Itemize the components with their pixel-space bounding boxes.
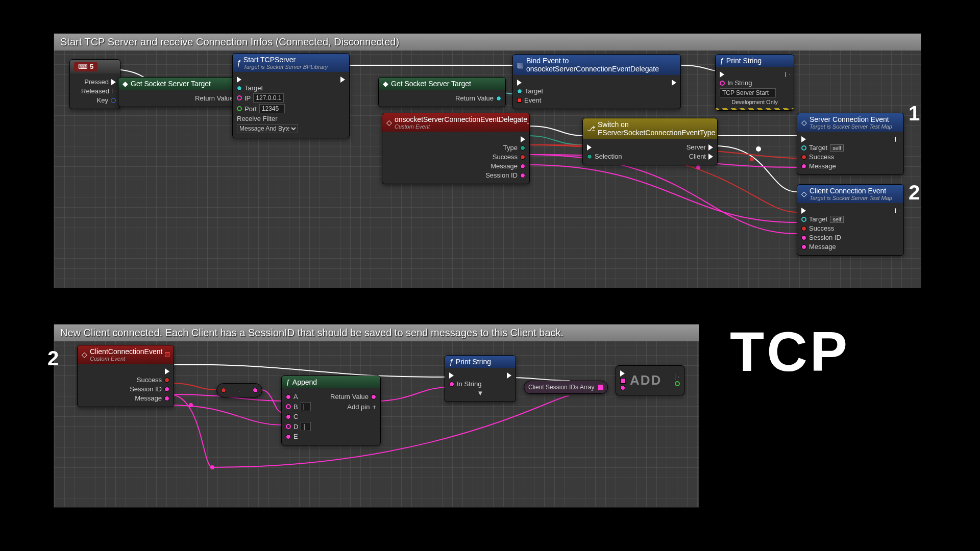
diamond-icon: ◇ xyxy=(82,350,87,359)
function-icon: ƒ xyxy=(286,378,290,386)
svg-point-5 xyxy=(189,403,193,407)
server-exec[interactable]: Server xyxy=(687,143,706,151)
function-icon: ƒ xyxy=(237,59,241,67)
selection-pin[interactable]: Selection xyxy=(595,153,622,160)
expand-icon[interactable]: ▼ xyxy=(477,389,484,397)
d-input[interactable] xyxy=(301,422,311,431)
exec-out[interactable] xyxy=(340,77,345,83)
bind-event-node[interactable]: ▦Bind Event to onsocketServerConnectionE… xyxy=(512,54,681,109)
filter-select[interactable]: Message And Bytes xyxy=(237,124,298,133)
svg-point-1 xyxy=(750,157,754,161)
svg-point-0 xyxy=(756,146,761,152)
get-socket-server-target-1[interactable]: ◆Get Socket Server Target Return Value xyxy=(118,77,246,107)
array-variable[interactable]: Client Session IDs Array xyxy=(524,381,608,394)
pressed-label: Pressed xyxy=(84,78,109,86)
keyboard-event-node[interactable]: ⌨ 5 Pressed Released Key xyxy=(69,59,120,109)
add-label: ADD xyxy=(630,372,662,388)
sce-success[interactable]: Success xyxy=(809,153,834,161)
port-input[interactable] xyxy=(259,104,285,113)
annotation-2b: 2 xyxy=(47,347,59,370)
get-socket-server-target-2[interactable]: ◆Get Socket Server Target Return Value xyxy=(378,77,506,107)
bind-target[interactable]: Target xyxy=(525,87,543,95)
return-value-label: Return Value xyxy=(195,94,233,102)
switch-node[interactable]: ⎇Switch on EServerSocketConnectionEventT… xyxy=(582,118,718,165)
key-label: Key xyxy=(97,96,108,104)
b-input[interactable] xyxy=(301,402,311,411)
start-tcpserver-node[interactable]: ƒStart TCPServerTarget is Socket Server … xyxy=(232,53,350,138)
exec-in[interactable] xyxy=(237,77,241,83)
diamond-icon: ◇ xyxy=(801,118,807,127)
ip-input[interactable] xyxy=(253,93,284,103)
target-pin[interactable]: Target xyxy=(244,84,263,92)
custom-event-node[interactable]: ◇onsocketServerConnectionEventDelegate_E… xyxy=(382,113,530,184)
diamond-icon: ◆ xyxy=(383,80,388,88)
board1-title: Start TCP Server and receive Connection … xyxy=(54,34,921,51)
filter-label: Receive Filter xyxy=(237,115,277,122)
switch-icon: ⎇ xyxy=(587,124,595,133)
dev-only-label: Development Only xyxy=(720,99,790,105)
diamond-icon: ◆ xyxy=(122,80,128,88)
annotation-1: 1 xyxy=(909,102,920,125)
board-2[interactable]: New Client connected. Each Client has a … xyxy=(54,324,699,508)
tcp-label: TCP xyxy=(730,319,850,384)
session-pin[interactable]: Session ID xyxy=(485,171,518,179)
released-label: Released xyxy=(81,87,109,95)
converter-node[interactable]: · xyxy=(216,383,262,397)
board2-title: New Client connected. Each Client has a … xyxy=(54,324,699,341)
function-icon: ƒ xyxy=(720,57,724,65)
print-string-1[interactable]: ƒPrint String In String Development Only xyxy=(715,54,794,111)
client-connection-event[interactable]: ◇Client Connection EventTarget is Socket… xyxy=(797,184,904,256)
add-pin[interactable]: Add pin xyxy=(347,403,370,411)
svg-point-4 xyxy=(210,465,214,469)
type-pin[interactable]: Type xyxy=(503,144,518,152)
array-add-node[interactable]: ADD xyxy=(616,365,684,395)
diamond-icon: ◇ xyxy=(801,190,807,198)
server-connection-event[interactable]: ◇Server Connection EventTarget is Socket… xyxy=(797,113,904,175)
sce-message[interactable]: Message xyxy=(809,162,836,170)
success-pin[interactable]: Success xyxy=(493,153,518,161)
board-1[interactable]: Start TCP Server and receive Connection … xyxy=(54,33,921,288)
bind-icon: ▦ xyxy=(517,61,524,69)
append-node[interactable]: ƒAppend AReturn Value BAdd pin + C D E xyxy=(281,375,381,445)
client-exec[interactable]: Client xyxy=(689,153,706,160)
bind-event[interactable]: Event xyxy=(524,96,541,104)
keyboard-icon: ⌨ 5 xyxy=(74,62,97,71)
diamond-icon: ◇ xyxy=(386,118,392,127)
instring-input[interactable] xyxy=(720,88,776,97)
function-icon: ƒ xyxy=(449,358,453,366)
print-string-2[interactable]: ƒPrint String In String ▼ xyxy=(445,355,516,402)
message-pin[interactable]: Message xyxy=(491,162,518,170)
annotation-2: 2 xyxy=(909,181,920,204)
svg-point-3 xyxy=(696,165,700,169)
client-connection-event-custom[interactable]: ◇ClientConnectionEventCustom Event Succe… xyxy=(77,345,174,407)
